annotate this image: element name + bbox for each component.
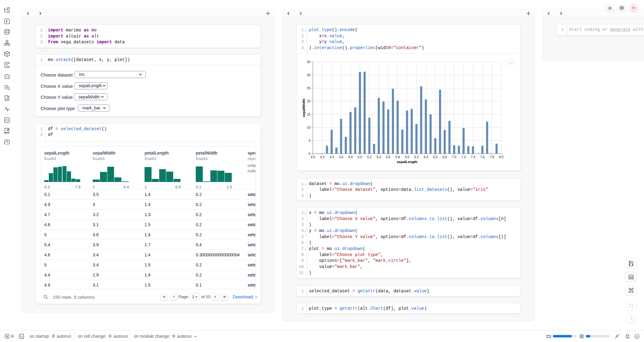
- svg-text:4.0: 4.0: [310, 155, 315, 159]
- svg-text:6.4: 6.4: [424, 155, 428, 159]
- svg-text:5.4: 5.4: [377, 155, 381, 159]
- svg-text:sepalWidth: sepalWidth: [302, 98, 306, 117]
- svg-text:5.8: 5.8: [395, 155, 400, 159]
- svg-text:sepalLength: sepalLength: [397, 160, 417, 164]
- svg-text:6.2: 6.2: [414, 155, 419, 159]
- svg-text:7.6: 7.6: [480, 155, 485, 159]
- svg-text:25: 25: [307, 86, 310, 90]
- svg-text:0: 0: [309, 151, 310, 155]
- svg-text:7.2: 7.2: [461, 155, 466, 159]
- svg-text:4.4: 4.4: [329, 155, 334, 159]
- svg-text:4.2: 4.2: [320, 155, 324, 159]
- svg-text:6.0: 6.0: [405, 155, 409, 159]
- svg-text:15: 15: [307, 112, 310, 116]
- svg-text:35: 35: [307, 60, 310, 64]
- svg-text:7.0: 7.0: [452, 155, 456, 159]
- svg-text:5.0: 5.0: [358, 155, 362, 159]
- svg-text:6.6: 6.6: [433, 155, 438, 159]
- svg-text:30: 30: [307, 73, 310, 77]
- svg-text:5.2: 5.2: [367, 155, 372, 159]
- svg-text:7.4: 7.4: [471, 155, 475, 159]
- svg-text:6.8: 6.8: [442, 155, 447, 159]
- svg-text:7.8: 7.8: [490, 155, 494, 159]
- svg-text:20: 20: [307, 99, 310, 103]
- svg-text:8.0: 8.0: [499, 155, 503, 159]
- svg-text:5.6: 5.6: [386, 155, 391, 159]
- svg-text:5: 5: [309, 138, 310, 142]
- svg-text:10: 10: [307, 125, 310, 129]
- svg-text:4.6: 4.6: [339, 155, 343, 159]
- svg-text:4.8: 4.8: [348, 155, 353, 159]
